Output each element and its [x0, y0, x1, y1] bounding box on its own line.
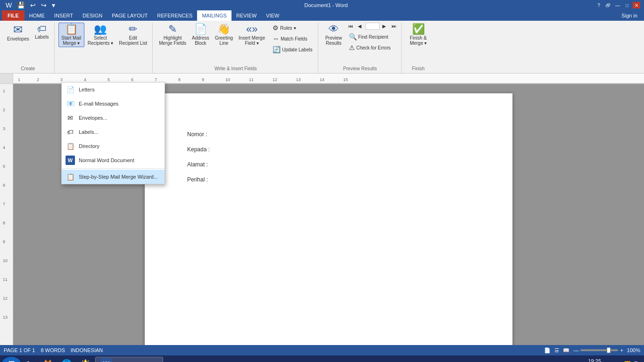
- dropdown-wizard[interactable]: 📋 Step-by-Step Mail Merge Wizard...: [62, 170, 165, 184]
- menu-bar: FILE HOME INSERT DESIGN PAGE LAYOUT REFE…: [0, 10, 644, 21]
- envelopes-button[interactable]: ✉ Envelopes: [5, 23, 32, 43]
- zoom-level[interactable]: 100%: [627, 347, 640, 353]
- match-fields-button[interactable]: ↔ Match Fields: [270, 33, 315, 44]
- wizard-label: Step-by-Step Mail Merge Wizard...: [79, 174, 158, 180]
- menu-view[interactable]: VIEW: [261, 10, 284, 21]
- directory-label: Directory: [79, 143, 99, 149]
- zoom-plus[interactable]: +: [620, 347, 623, 353]
- menu-home[interactable]: HOME: [25, 10, 50, 21]
- menu-review[interactable]: REVIEW: [231, 10, 261, 21]
- dropdown-labels[interactable]: 🏷 Labels...: [62, 125, 165, 139]
- window-title: Document1 - Word: [57, 2, 595, 8]
- select-recipients-button[interactable]: 👥 SelectRecipients ▾: [85, 23, 116, 47]
- address-block-button[interactable]: 📄 AddressBlock: [190, 23, 212, 47]
- view-read-icon[interactable]: ☰: [554, 347, 559, 354]
- labels-dd-icon: 🏷: [66, 127, 75, 137]
- doc-line-perihal: Perihal :: [187, 176, 470, 183]
- check-errors-button[interactable]: ⚠ Check for Errors: [347, 42, 398, 53]
- ruler-mark: 9: [202, 77, 204, 82]
- quick-access-toolbar: W 💾 ↩ ↪ ▾: [4, 0, 57, 10]
- zoom-minus[interactable]: —: [573, 347, 578, 353]
- maximize-button[interactable]: □: [623, 2, 631, 8]
- menu-mailings[interactable]: MAILINGS: [197, 10, 231, 21]
- v-ruler-mark: 12: [3, 296, 8, 301]
- edit-recipient-label: EditRecipient List: [119, 35, 147, 46]
- start-mail-merge-label: Start MailMerge ▾: [61, 35, 81, 46]
- find-recipient-label: Find Recipient: [358, 34, 388, 40]
- zoom-slider[interactable]: [580, 349, 618, 351]
- finish-merge-button[interactable]: ✅ Finish &Merge ▾: [405, 23, 431, 47]
- view-web-icon[interactable]: 📖: [563, 347, 570, 354]
- dropdown-letters[interactable]: 📄 Letters: [62, 82, 165, 97]
- record-input[interactable]: [365, 23, 380, 30]
- vertical-ruler: 1 2 3 4 5 6 7 8 9 10 11 12 13: [0, 84, 13, 345]
- ribbon-group-finish: ✅ Finish &Merge ▾ Finish: [403, 23, 434, 73]
- menu-page-layout[interactable]: PAGE LAYOUT: [107, 10, 152, 21]
- menu-references[interactable]: REFERENCES: [152, 10, 197, 21]
- save-quick-btn[interactable]: 💾: [15, 0, 27, 10]
- preview-nav-and-small: ⏮ ◀ ▶ ⏭ 🔍 Find Recipient ⚠ Check for Err…: [347, 23, 398, 53]
- restore-button[interactable]: 🗗: [604, 2, 612, 8]
- preview-results-button[interactable]: 👁 PreviewResults: [322, 23, 346, 47]
- view-normal-icon[interactable]: 📄: [544, 347, 551, 354]
- language: INDONESIAN: [71, 347, 103, 353]
- redo-quick-btn[interactable]: ↪: [39, 0, 49, 10]
- v-ruler-mark: 1: [3, 89, 5, 93]
- sign-in[interactable]: Sign in: [617, 10, 642, 21]
- envelopes-dd-label: Envelopes...: [79, 115, 107, 121]
- finish-merge-label: Finish &Merge ▾: [410, 35, 427, 46]
- rules-icon: ⚙: [272, 24, 279, 32]
- insert-merge-field-button[interactable]: «» Insert MergeField ▾: [236, 23, 267, 47]
- zoom-controls[interactable]: — +: [573, 347, 623, 353]
- ruler-mark: 1: [18, 77, 20, 82]
- write-insert-buttons: ✎ HighlightMerge Fields 📄 AddressBlock 👋…: [157, 23, 315, 66]
- taskbar-clock: 19:25 18/03/2015: [571, 358, 605, 362]
- dropdown-divider: [62, 168, 165, 169]
- ruler-mark: 4: [84, 77, 86, 82]
- greeting-line-button[interactable]: 👋 GreetingLine: [213, 23, 235, 47]
- ribbon: ✉ Envelopes 🏷 Labels Create 📋 Start Mail…: [0, 21, 644, 74]
- menu-insert[interactable]: INSERT: [50, 10, 78, 21]
- help-button[interactable]: ?: [595, 2, 603, 8]
- dropdown-envelopes[interactable]: ✉ Envelopes...: [62, 111, 165, 125]
- undo-quick-btn[interactable]: ↩: [28, 0, 38, 10]
- find-recipient-button[interactable]: 🔍 Find Recipient: [347, 32, 398, 42]
- highlight-merge-button[interactable]: ✎ HighlightMerge Fields: [157, 23, 189, 47]
- next-record-button[interactable]: ▶: [380, 23, 389, 30]
- dropdown-directory[interactable]: 📋 Directory: [62, 139, 165, 153]
- minimize-button[interactable]: —: [614, 2, 621, 8]
- explorer-button[interactable]: 🗂: [22, 357, 38, 362]
- rules-button[interactable]: ⚙ Rules ▾: [270, 23, 315, 33]
- document-page[interactable]: Nomor : Kepada : Alamat : Perihal :: [145, 93, 512, 345]
- match-fields-label: Match Fields: [281, 36, 307, 41]
- dropdown-email[interactable]: 📧 E-mail Messages: [62, 97, 165, 111]
- dropdown-normal-word[interactable]: W Normal Word Document: [62, 153, 165, 167]
- start-button[interactable]: ⊞: [2, 357, 21, 362]
- ruler-mark: 12: [272, 77, 277, 82]
- prev-record-button[interactable]: ◀: [356, 23, 364, 30]
- edit-recipient-list-button[interactable]: ✏ EditRecipient List: [116, 23, 149, 47]
- update-labels-button[interactable]: 🔄 Update Labels: [270, 44, 315, 55]
- v-ruler-mark: 7: [3, 202, 5, 206]
- v-ruler-mark: 11: [3, 277, 8, 282]
- word-taskbar-button[interactable]: W Document1 - Word: [95, 357, 163, 362]
- alamat-label: Alamat :: [187, 161, 220, 168]
- start-mail-merge-button[interactable]: 📋 Start MailMerge ▾: [58, 23, 84, 47]
- customize-quick-btn[interactable]: ▾: [50, 0, 57, 10]
- last-record-button[interactable]: ⏭: [390, 23, 398, 30]
- labels-button[interactable]: 🏷 Labels: [33, 23, 51, 41]
- start-icon: ⊞: [8, 359, 15, 362]
- ribbon-group-create: ✉ Envelopes 🏷 Labels Create: [2, 23, 55, 73]
- menu-file[interactable]: FILE: [2, 10, 25, 21]
- start-mail-merge-icon: 📋: [65, 24, 78, 34]
- menu-design[interactable]: DESIGN: [78, 10, 107, 21]
- close-button[interactable]: ✕: [633, 2, 640, 8]
- zoom-thumb[interactable]: [607, 347, 611, 353]
- chrome-button[interactable]: 🌐: [58, 357, 75, 362]
- doc-line-kepada: Kepada :: [187, 146, 470, 153]
- v-ruler-mark: 9: [3, 239, 5, 244]
- chrome-icon: 🌐: [61, 359, 72, 362]
- first-record-button[interactable]: ⏮: [347, 23, 355, 30]
- firefox-button[interactable]: 🦊: [39, 357, 57, 362]
- other-app-button[interactable]: 🌟: [76, 357, 94, 362]
